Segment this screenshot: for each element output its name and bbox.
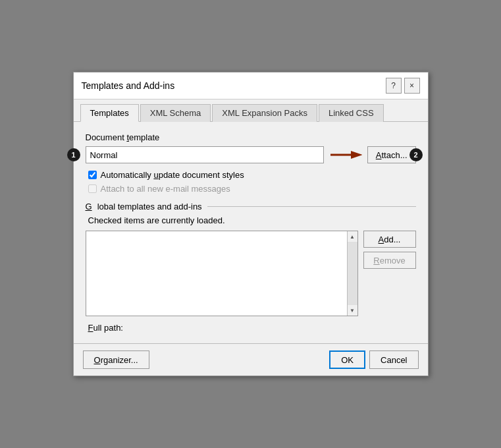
close-button[interactable]: × bbox=[404, 78, 420, 94]
badge-2: 2 bbox=[409, 148, 423, 161]
tab-templates[interactable]: Templates bbox=[80, 104, 139, 122]
title-bar-controls: ? × bbox=[386, 78, 420, 94]
scroll-track bbox=[348, 242, 357, 305]
attach-button[interactable]: Attach... bbox=[367, 146, 416, 163]
global-templates-listbox[interactable]: ▲ ▼ bbox=[86, 231, 358, 316]
tab-bar: Templates XML Schema XML Expansion Packs… bbox=[74, 99, 428, 122]
footer-right: OK Cancel bbox=[329, 350, 418, 369]
dialog-content: Document template 1 Attach... 2 bbox=[74, 122, 428, 343]
add-underline: A bbox=[379, 235, 384, 244]
auto-update-label[interactable]: Automatically update document styles bbox=[101, 170, 244, 180]
organizer-underline: O bbox=[94, 355, 101, 365]
arrow-icon bbox=[329, 147, 362, 163]
checked-items-text: Checked items are currently loaded. bbox=[86, 215, 416, 225]
remove-button: Remove bbox=[363, 252, 416, 269]
auto-update-row: Automatically update document styles bbox=[86, 170, 416, 180]
tab-xml-schema[interactable]: XML Schema bbox=[140, 104, 211, 122]
tab-linked-css-label: Linked CSS bbox=[329, 108, 374, 118]
list-area: ▲ ▼ Add... Remove bbox=[86, 231, 416, 316]
divider-line bbox=[207, 206, 416, 207]
full-path-label: Full path: bbox=[86, 323, 416, 333]
tab-xml-expansion[interactable]: XML Expansion Packs bbox=[212, 104, 317, 122]
cancel-button[interactable]: Cancel bbox=[369, 350, 418, 369]
badge-1: 1 bbox=[67, 148, 80, 161]
document-template-label: Document template bbox=[86, 132, 416, 142]
remove-underline: R bbox=[373, 256, 379, 266]
document-template-row: 1 Attach... 2 bbox=[86, 146, 416, 163]
tab-xml-schema-label: XML Schema bbox=[150, 108, 201, 118]
attach-underline: A bbox=[376, 150, 382, 160]
attach-email-checkbox bbox=[88, 184, 97, 193]
tab-xml-expansion-label: XML Expansion Packs bbox=[222, 108, 307, 118]
ok-button[interactable]: OK bbox=[329, 350, 365, 369]
title-bar-left: Templates and Add-ins bbox=[82, 80, 175, 91]
tab-templates-label: Templates bbox=[90, 108, 129, 118]
organizer-button[interactable]: Organizer... bbox=[83, 350, 149, 369]
dialog-title: Templates and Add-ins bbox=[82, 80, 175, 91]
attach-email-row: Attach to all new e-mail messages bbox=[86, 184, 416, 194]
dialog-footer: Organizer... OK Cancel bbox=[74, 343, 428, 376]
scroll-down-button[interactable]: ▼ bbox=[347, 305, 357, 316]
add-button[interactable]: Add... bbox=[363, 231, 416, 248]
auto-update-checkbox[interactable] bbox=[88, 171, 97, 179]
tab-linked-css[interactable]: Linked CSS bbox=[319, 104, 384, 122]
scrollbar[interactable]: ▲ ▼ bbox=[347, 231, 357, 316]
global-templates-section: Global templates and add-ins Checked ite… bbox=[86, 202, 416, 225]
help-button[interactable]: ? bbox=[386, 78, 402, 94]
scroll-up-button[interactable]: ▲ bbox=[347, 231, 357, 242]
templates-addins-dialog: Templates and Add-ins ? × Templates XML … bbox=[73, 72, 429, 376]
footer-left: Organizer... bbox=[83, 350, 149, 369]
title-bar: Templates and Add-ins ? × bbox=[74, 72, 428, 99]
attach-email-label: Attach to all new e-mail messages bbox=[101, 184, 230, 194]
list-buttons: Add... Remove bbox=[363, 231, 416, 316]
template-input[interactable] bbox=[86, 146, 324, 163]
global-templates-label: Global templates and add-ins bbox=[86, 202, 416, 211]
